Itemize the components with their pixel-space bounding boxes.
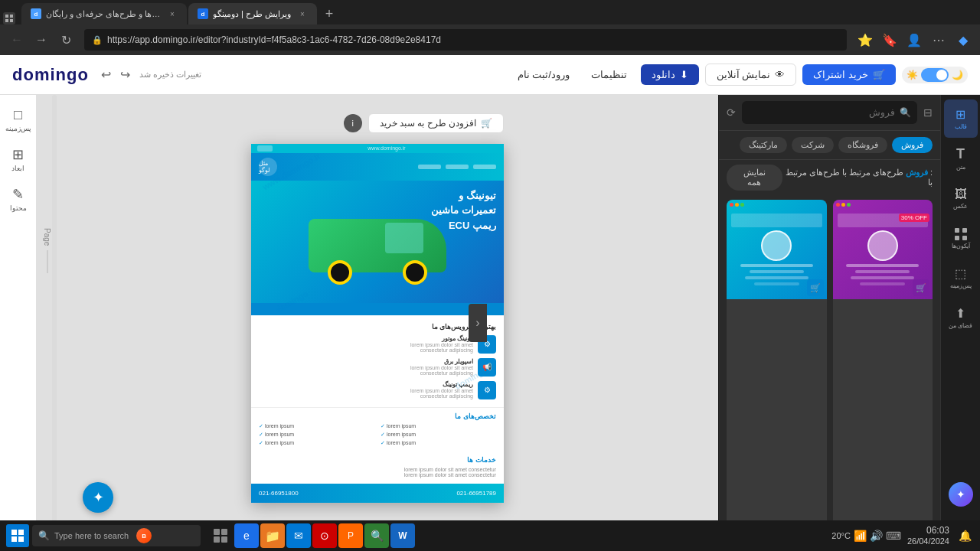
browser-more[interactable]: ⋯ xyxy=(928,29,949,51)
template-card-2[interactable]: 30% OFF 🛒 xyxy=(833,200,933,546)
tab-manager-icon[interactable] xyxy=(3,12,15,24)
tab-templates[interactable]: d قالب‌ها و طرح‌های حرفه‌ای و رایگان × xyxy=(21,3,187,24)
content-label: محتوا xyxy=(10,204,27,212)
left-panel-content[interactable]: ✎ محتوا xyxy=(3,181,34,217)
template-1-cart[interactable]: 🛒 xyxy=(807,279,824,296)
taskbar-search-logo: B xyxy=(136,528,152,543)
undo-button[interactable]: ↩ xyxy=(98,66,114,83)
tab-label-2: ویرایش طرح | دومینگو xyxy=(213,9,291,19)
app-container: domingo ↩ ↪ تغییرات ذخیره شد 🌙 ☀️ 🛒 خری xyxy=(0,55,980,551)
left-panel-background[interactable]: □ پس‌زمینه xyxy=(3,101,34,138)
add-to-cart-button[interactable]: 🛒 افزودن طرح به سبد خرید xyxy=(368,113,504,133)
cat-tab-sales[interactable]: فروش xyxy=(892,137,933,153)
start-button[interactable] xyxy=(6,524,29,547)
forward-button[interactable]: → xyxy=(31,29,52,51)
settings-button[interactable]: تنظیمات xyxy=(583,64,635,85)
login-button[interactable]: ورود/ثبت نام xyxy=(510,64,577,85)
browser-profile[interactable]: 👤 xyxy=(903,29,925,51)
lock-icon: 🔒 xyxy=(92,35,103,45)
download-button[interactable]: ⬇ دانلود xyxy=(641,64,699,85)
share-button[interactable]: 🛒 خرید اشتراک xyxy=(802,64,896,85)
chrome-icon: ⊙ xyxy=(320,530,329,542)
taskbar-app-green[interactable]: 🔍 xyxy=(364,523,389,548)
templates-list-header: : فروش طرح‌های مرتبط با طرح‌های مرتبط با… xyxy=(719,160,940,195)
taskbar-clock[interactable]: 06:03 26/04/2024 xyxy=(907,525,949,546)
preview-logo-row: مثل لوگو xyxy=(251,153,504,181)
toggle-thumb xyxy=(936,70,947,80)
features-title: تخصص‌های ما xyxy=(259,408,496,420)
toggle-track[interactable] xyxy=(921,68,949,82)
templates-search-input[interactable] xyxy=(748,107,895,118)
svg-rect-7 xyxy=(962,236,967,240)
preview-button[interactable]: 👁 نمایش آنلاین xyxy=(705,64,797,86)
taskbar-edge[interactable]: e xyxy=(234,523,259,548)
icon-item-text[interactable]: T متن xyxy=(944,139,978,178)
tab-close-2[interactable]: × xyxy=(297,8,308,19)
taskbar-explorer[interactable]: 📁 xyxy=(260,523,285,548)
svg-rect-3 xyxy=(10,19,13,22)
notification-icon: 🔔 xyxy=(959,530,972,542)
preview-title2: تعمیرات ماشین xyxy=(431,203,496,218)
templates-grid: 🛒 xyxy=(719,195,940,551)
service-item-3: ⚙ ریمپ تونینگ lorem ipsum dolor sit amet… xyxy=(259,381,496,399)
icon-item-upload[interactable]: ⬆ فضای من xyxy=(944,298,978,337)
taskbar-word[interactable]: W xyxy=(390,523,415,548)
browser-toolbar-right: ⭐ 🔖 👤 ⋯ ◆ xyxy=(854,29,974,51)
tab-label-1: قالب‌ها و طرح‌های حرفه‌ای و رایگان xyxy=(46,9,161,19)
template-card-1[interactable]: 🛒 xyxy=(727,200,827,546)
notification-button[interactable]: 🔔 xyxy=(956,527,974,545)
browser-extensions[interactable]: ⭐ xyxy=(854,29,876,51)
taskbar-app-orange[interactable]: P xyxy=(338,523,363,548)
task-view-icon xyxy=(214,529,227,543)
taskbar: 🔍 Type here to search B e 📁 ✉ ⊙ P xyxy=(0,520,980,551)
icon-item-image[interactable]: 🖼 عکس xyxy=(944,179,978,217)
icon-item-template[interactable]: ⊞ قالب xyxy=(944,99,978,138)
theme-toggle[interactable]: 🌙 ☀️ xyxy=(902,67,968,83)
icon-item-icons[interactable]: آیکون‌ها xyxy=(944,219,978,257)
left-panel-dimensions[interactable]: ⊞ ابعاد xyxy=(3,141,34,178)
preview-features-section: تخصص‌های ما lorem ipsum ✓ lorem ipsum ✓ xyxy=(251,407,504,456)
info-button[interactable]: i xyxy=(344,114,362,132)
taskbar-right: 20°C 📶 🔊 ⌨ 06:03 26/04/2024 🔔 xyxy=(831,525,974,546)
preview-title3: ریمپ ECU xyxy=(431,218,496,233)
cat-tab-company[interactable]: شرکت xyxy=(792,137,834,153)
green-app-icon: 🔍 xyxy=(371,530,384,542)
taskbar-search-text: Type here to search xyxy=(54,531,129,540)
new-tab-button[interactable]: + xyxy=(318,3,340,24)
taskbar-search[interactable]: 🔍 Type here to search B xyxy=(32,525,201,546)
edge-icon[interactable]: ◆ xyxy=(952,29,974,51)
preview-services-section: بهترین سرویس‌های ما ⚙ تیونینگ موتور lore… xyxy=(251,315,504,407)
service-item-1: ⚙ تیونینگ موتور lorem ipsum dolor sit am… xyxy=(259,335,496,354)
cat-tab-store[interactable]: فروشگاه xyxy=(838,137,887,153)
icons-label: آیکون‌ها xyxy=(952,243,970,249)
icon-item-background[interactable]: ⬚ پس‌زمینه xyxy=(944,259,978,297)
taskbar-task-view[interactable] xyxy=(208,523,233,548)
bg-label: پس‌زمینه xyxy=(950,282,972,289)
taskbar-mail[interactable]: ✉ xyxy=(286,523,311,548)
service2-label: اسپویلر برق xyxy=(259,358,473,365)
icon-item-ai[interactable]: ✦ xyxy=(944,478,978,511)
design-preview: www.domingo.ir domingo domingo domingo w… xyxy=(251,144,504,503)
browser-favorites[interactable]: 🔖 xyxy=(879,29,900,51)
tab-editor[interactable]: d ویرایش طرح | دومینگو × xyxy=(188,3,317,24)
canvas-area[interactable]: Page i 🛒 افزودن طرح به سبد خرید xyxy=(37,95,718,551)
refresh-button[interactable]: ↻ xyxy=(55,29,77,51)
keyboard-icon: ⌨ xyxy=(886,530,901,542)
floating-action-button[interactable]: ✦ xyxy=(83,482,113,513)
back-button[interactable]: ← xyxy=(6,29,28,51)
ai-icon: ✦ xyxy=(956,488,965,500)
show-all-button[interactable]: نمایش همه xyxy=(727,165,782,191)
redo-button[interactable]: ↪ xyxy=(117,66,133,83)
cat-tab-marketing[interactable]: مارکتینگ xyxy=(740,137,787,153)
reload-icon[interactable]: ⟳ xyxy=(727,106,736,119)
edge-taskbar-icon: e xyxy=(243,530,250,542)
tab-favicon-2: d xyxy=(198,8,208,19)
tab-close-1[interactable]: × xyxy=(167,8,178,19)
filter-icon[interactable]: ⊟ xyxy=(923,106,933,119)
panel-toggle-arrow[interactable]: › xyxy=(469,304,487,342)
chevron-right-icon: › xyxy=(475,316,479,330)
icons-icon xyxy=(954,227,968,241)
taskbar-chrome[interactable]: ⊙ xyxy=(312,523,337,548)
template-2-cart[interactable]: 🛒 xyxy=(913,279,929,296)
address-bar[interactable]: 🔒 https://app.domingo.ir/editor?industry… xyxy=(84,29,847,51)
